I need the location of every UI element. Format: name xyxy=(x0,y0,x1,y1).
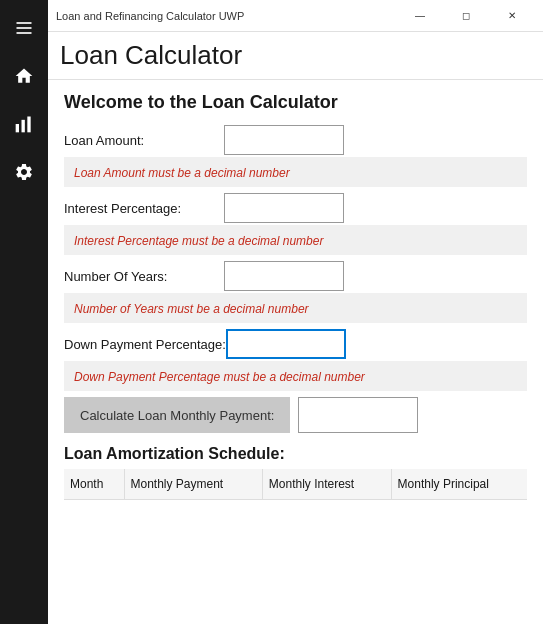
table-title: Loan Amortization Schedule: xyxy=(64,445,527,463)
content-area: Welcome to the Loan Calculator Loan Amou… xyxy=(48,80,543,624)
close-button[interactable]: ✕ xyxy=(489,0,535,32)
years-group: Number Of Years: Number of Years must be… xyxy=(64,261,527,323)
down-payment-error-bar: Down Payment Percentage must be a decima… xyxy=(64,361,527,391)
years-row: Number Of Years: xyxy=(64,261,527,291)
down-payment-error: Down Payment Percentage must be a decima… xyxy=(74,370,365,384)
sidebar-menu-button[interactable] xyxy=(0,4,48,52)
loan-amount-error: Loan Amount must be a decimal number xyxy=(74,166,290,180)
table-header-row: Month Monthly Payment Monthly Interest M… xyxy=(64,469,527,500)
svg-rect-1 xyxy=(17,27,32,29)
loan-amount-input[interactable] xyxy=(224,125,344,155)
down-payment-label: Down Payment Percentage: xyxy=(64,337,226,352)
col-monthly-principal: Monthly Principal xyxy=(391,469,527,500)
sidebar-item-home[interactable] xyxy=(0,52,48,100)
interest-error-bar: Interest Percentage must be a decimal nu… xyxy=(64,225,527,255)
maximize-button[interactable]: ◻ xyxy=(443,0,489,32)
interest-group: Interest Percentage: Interest Percentage… xyxy=(64,193,527,255)
loan-amount-label: Loan Amount: xyxy=(64,133,224,148)
interest-input[interactable] xyxy=(224,193,344,223)
loan-amount-group: Loan Amount: Loan Amount must be a decim… xyxy=(64,125,527,187)
svg-rect-5 xyxy=(27,117,30,133)
calculate-result-field xyxy=(298,397,418,433)
amortization-table: Month Monthly Payment Monthly Interest M… xyxy=(64,469,527,500)
years-error-bar: Number of Years must be a decimal number xyxy=(64,293,527,323)
loan-amount-row: Loan Amount: xyxy=(64,125,527,155)
amortization-section: Loan Amortization Schedule: Month Monthl… xyxy=(64,445,527,500)
sidebar xyxy=(0,0,48,624)
years-error: Number of Years must be a decimal number xyxy=(74,302,309,316)
window-controls: — ◻ ✕ xyxy=(397,0,535,32)
hamburger-icon xyxy=(14,18,34,38)
years-label: Number Of Years: xyxy=(64,269,224,284)
svg-rect-0 xyxy=(17,22,32,24)
col-month: Month xyxy=(64,469,124,500)
chart-icon xyxy=(14,114,34,134)
calculate-row: Calculate Loan Monthly Payment: xyxy=(64,397,527,433)
interest-error: Interest Percentage must be a decimal nu… xyxy=(74,234,323,248)
col-monthly-payment: Monthly Payment xyxy=(124,469,262,500)
down-payment-group: Down Payment Percentage: Down Payment Pe… xyxy=(64,329,527,391)
sidebar-item-chart[interactable] xyxy=(0,100,48,148)
calculate-button[interactable]: Calculate Loan Monthly Payment: xyxy=(64,397,290,433)
years-input[interactable] xyxy=(224,261,344,291)
main-area: Loan and Refinancing Calculator UWP — ◻ … xyxy=(48,0,543,624)
title-bar-text: Loan and Refinancing Calculator UWP xyxy=(56,10,397,22)
interest-row: Interest Percentage: xyxy=(64,193,527,223)
interest-label: Interest Percentage: xyxy=(64,201,224,216)
welcome-heading: Welcome to the Loan Calculator xyxy=(64,92,527,113)
loan-amount-error-bar: Loan Amount must be a decimal number xyxy=(64,157,527,187)
svg-rect-3 xyxy=(16,124,19,132)
down-payment-row: Down Payment Percentage: xyxy=(64,329,527,359)
app-header: Loan Calculator xyxy=(48,32,543,80)
home-icon xyxy=(14,66,34,86)
svg-rect-4 xyxy=(22,120,25,132)
down-payment-input[interactable] xyxy=(226,329,346,359)
svg-rect-2 xyxy=(17,32,32,34)
gear-icon xyxy=(14,162,34,182)
title-bar: Loan and Refinancing Calculator UWP — ◻ … xyxy=(48,0,543,32)
minimize-button[interactable]: — xyxy=(397,0,443,32)
col-monthly-interest: Monthly Interest xyxy=(262,469,391,500)
sidebar-item-settings[interactable] xyxy=(0,148,48,196)
app-title: Loan Calculator xyxy=(60,40,242,71)
